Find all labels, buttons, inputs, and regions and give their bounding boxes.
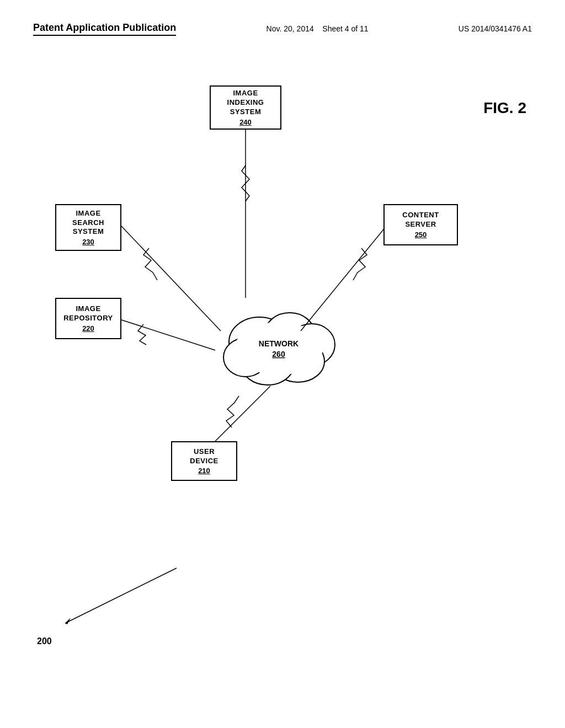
publication-date: Nov. 20, 2014 (266, 24, 314, 33)
image-search-system-number: 230 (82, 238, 94, 246)
svg-line-14 (65, 568, 177, 623)
user-device-label: USER DEVICE (190, 447, 218, 466)
figure-label: FIG. 2 (483, 99, 526, 117)
header-date-sheet: Nov. 20, 2014 Sheet 4 of 11 (266, 24, 369, 33)
svg-point-0 (229, 317, 290, 367)
svg-point-2 (289, 324, 335, 366)
content-server-number: 250 (415, 231, 427, 239)
image-search-system-box: IMAGE SEARCH SYSTEM 230 (55, 204, 121, 251)
image-indexing-system-box: IMAGE INDEXING SYSTEM 240 (210, 85, 281, 130)
svg-line-12 (121, 320, 215, 350)
patent-number: US 2014/0341476 A1 (459, 24, 532, 33)
svg-point-1 (265, 313, 315, 355)
user-device-number: 210 (198, 467, 210, 475)
image-search-system-label: IMAGE SEARCH SYSTEM (72, 209, 104, 237)
svg-text:260: 260 (272, 350, 285, 358)
svg-text:NETWORK: NETWORK (259, 339, 299, 348)
svg-line-13 (215, 386, 270, 441)
svg-point-6 (234, 322, 323, 375)
image-indexing-system-label: IMAGE INDEXING SYSTEM (227, 89, 264, 117)
page-header: Patent Application Publication Nov. 20, … (0, 22, 565, 36)
content-server-box: CONTENT SERVER 250 (383, 204, 458, 245)
sheet-info: Sheet 4 of 11 (322, 24, 368, 33)
svg-point-5 (223, 338, 268, 377)
image-repository-number: 220 (82, 324, 94, 333)
svg-point-3 (271, 340, 324, 382)
publication-title: Patent Application Publication (33, 22, 176, 36)
svg-point-4 (241, 343, 294, 385)
content-server-label: CONTENT SERVER (402, 211, 439, 229)
image-repository-label: IMAGE REPOSITORY (63, 304, 113, 323)
network-cloud: NETWORK 260 (223, 313, 335, 385)
system-ref-label: 200 (37, 636, 52, 646)
user-device-box: USER DEVICE 210 (171, 441, 237, 481)
svg-line-11 (301, 226, 386, 331)
svg-line-10 (121, 226, 221, 331)
diagram-svg: NETWORK 260 (0, 0, 565, 728)
image-repository-box: IMAGE REPOSITORY 220 (55, 298, 121, 339)
svg-marker-15 (65, 618, 71, 624)
image-indexing-system-number: 240 (239, 118, 252, 126)
